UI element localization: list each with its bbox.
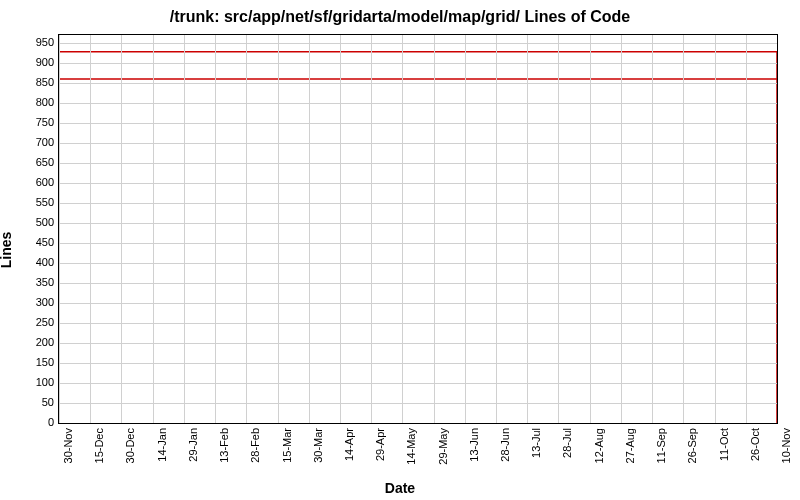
x-tick-label: 28-Jul <box>561 428 573 458</box>
x-tick-label: 29-Jan <box>187 428 199 462</box>
gridline-horizontal <box>59 303 777 304</box>
x-tick-label: 29-Apr <box>374 428 386 461</box>
gridline-vertical <box>215 35 216 423</box>
x-tick-label: 30-Dec <box>124 428 136 463</box>
gridline-horizontal <box>59 123 777 124</box>
gridline-vertical <box>278 35 279 423</box>
y-tick-label: 950 <box>14 36 54 48</box>
gridline-vertical <box>465 35 466 423</box>
y-tick-label: 500 <box>14 216 54 228</box>
gridline-vertical <box>434 35 435 423</box>
y-axis-label: Lines <box>0 232 14 269</box>
gridline-horizontal <box>59 43 777 44</box>
gridline-vertical <box>527 35 528 423</box>
gridline-vertical <box>246 35 247 423</box>
gridline-vertical <box>496 35 497 423</box>
y-tick-label: 100 <box>14 376 54 388</box>
gridline-vertical <box>402 35 403 423</box>
y-tick-label: 650 <box>14 156 54 168</box>
gridline-vertical <box>777 35 778 423</box>
gridline-horizontal <box>59 363 777 364</box>
chart-container: /trunk: src/app/net/sf/gridarta/model/ma… <box>0 0 800 500</box>
y-tick-label: 0 <box>14 416 54 428</box>
gridline-horizontal <box>59 103 777 104</box>
y-tick-label: 200 <box>14 336 54 348</box>
y-tick-label: 700 <box>14 136 54 148</box>
x-tick-label: 11-Oct <box>718 428 730 461</box>
x-tick-label: 30-Nov <box>62 428 74 463</box>
x-tick-label: 30-Mar <box>312 428 324 463</box>
x-tick-label: 12-Aug <box>593 428 605 463</box>
x-tick-label: 28-Jun <box>499 428 511 462</box>
y-tick-label: 50 <box>14 396 54 408</box>
gridline-vertical <box>683 35 684 423</box>
gridline-vertical <box>153 35 154 423</box>
gridline-vertical <box>715 35 716 423</box>
y-tick-label: 600 <box>14 176 54 188</box>
gridline-horizontal <box>59 63 777 64</box>
y-tick-label: 300 <box>14 296 54 308</box>
plot-area <box>58 34 778 424</box>
y-tick-label: 800 <box>14 96 54 108</box>
x-tick-label: 10-Nov <box>780 428 792 463</box>
gridline-horizontal <box>59 323 777 324</box>
gridline-horizontal <box>59 143 777 144</box>
gridline-vertical <box>652 35 653 423</box>
gridline-vertical <box>590 35 591 423</box>
gridline-horizontal <box>59 163 777 164</box>
gridline-vertical <box>309 35 310 423</box>
gridline-vertical <box>558 35 559 423</box>
x-axis-label: Date <box>0 480 800 496</box>
gridline-vertical <box>90 35 91 423</box>
y-tick-label: 550 <box>14 196 54 208</box>
gridline-vertical <box>621 35 622 423</box>
x-tick-label: 15-Mar <box>281 428 293 463</box>
x-tick-label: 11-Sep <box>655 428 667 463</box>
y-tick-label: 900 <box>14 56 54 68</box>
gridline-horizontal <box>59 343 777 344</box>
x-tick-label: 15-Dec <box>93 428 105 463</box>
x-tick-label: 14-Jan <box>156 428 168 462</box>
x-tick-label: 29-May <box>437 428 449 465</box>
x-tick-label: 27-Aug <box>624 428 636 463</box>
gridline-horizontal <box>59 283 777 284</box>
gridline-horizontal <box>59 403 777 404</box>
gridline-vertical <box>340 35 341 423</box>
gridline-horizontal <box>59 263 777 264</box>
gridline-horizontal <box>59 243 777 244</box>
y-tick-label: 750 <box>14 116 54 128</box>
data-series-line <box>59 35 777 423</box>
gridline-horizontal <box>59 203 777 204</box>
y-tick-label: 450 <box>14 236 54 248</box>
x-tick-label: 14-Apr <box>343 428 355 461</box>
gridline-vertical <box>59 35 60 423</box>
gridline-horizontal <box>59 83 777 84</box>
x-tick-label: 26-Oct <box>749 428 761 461</box>
gridline-vertical <box>371 35 372 423</box>
x-tick-label: 14-May <box>405 428 417 465</box>
y-tick-label: 250 <box>14 316 54 328</box>
gridline-vertical <box>184 35 185 423</box>
gridline-vertical <box>746 35 747 423</box>
x-tick-label: 26-Sep <box>686 428 698 463</box>
gridline-horizontal <box>59 423 777 424</box>
y-tick-label: 350 <box>14 276 54 288</box>
x-tick-label: 13-Jul <box>530 428 542 458</box>
chart-title: /trunk: src/app/net/sf/gridarta/model/ma… <box>0 8 800 26</box>
x-tick-label: 28-Feb <box>249 428 261 463</box>
x-tick-label: 13-Feb <box>218 428 230 463</box>
x-tick-label: 13-Jun <box>468 428 480 462</box>
gridline-horizontal <box>59 223 777 224</box>
y-tick-label: 150 <box>14 356 54 368</box>
gridline-horizontal <box>59 383 777 384</box>
gridline-horizontal <box>59 183 777 184</box>
y-tick-label: 400 <box>14 256 54 268</box>
gridline-vertical <box>121 35 122 423</box>
y-tick-label: 850 <box>14 76 54 88</box>
